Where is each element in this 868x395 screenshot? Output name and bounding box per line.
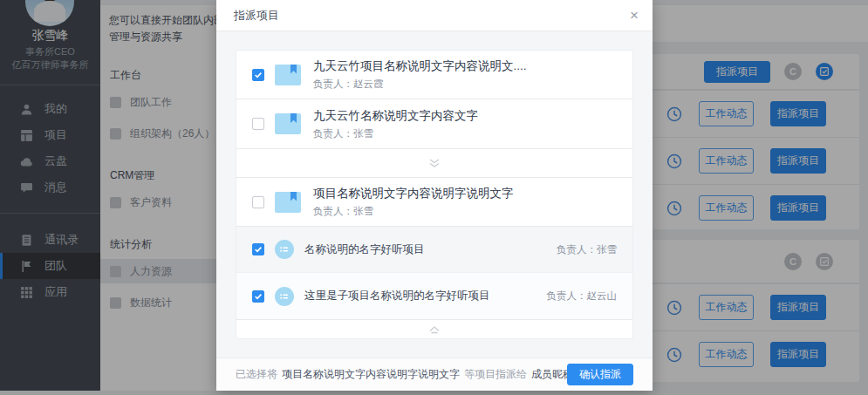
project-checkbox[interactable] — [252, 69, 264, 81]
close-icon[interactable]: × — [630, 8, 639, 23]
project-checkbox[interactable] — [252, 243, 264, 255]
assign-project-modal: 指派项目 × 九天云竹项目名称说明文字内容说明文.... 负责人：赵云霞 — [216, 0, 653, 391]
project-name: 九天云竹名称说明文字内容文字 — [313, 108, 478, 124]
summary-prefix: 已选择将 — [236, 367, 277, 382]
chevron-up-icon — [427, 324, 441, 334]
project-list: 九天云竹项目名称说明文字内容说明文.... 负责人：赵云霞 九天云竹名称说明文字… — [236, 50, 633, 339]
project-name: 项目名称说明文字内容说明字说明文字 — [313, 186, 514, 201]
subproject-list-icon — [275, 287, 294, 306]
bookmark-icon — [290, 113, 297, 123]
project-folder-icon — [275, 65, 301, 85]
project-folder-icon — [275, 192, 301, 213]
subproject-owner: 负责人：张雪 — [557, 243, 632, 256]
project-checkbox[interactable] — [252, 118, 264, 130]
selection-summary: 已选择将 项目名称说明文字内容说明字说明文字 等项目指派给 成员昵称 — [236, 367, 567, 382]
summary-middle: 等项目指派给 — [464, 367, 527, 382]
expand-subprojects-row[interactable] — [236, 148, 632, 178]
subproject-list-item[interactable]: 名称说明的名字好听项目 负责人：张雪 — [236, 227, 632, 273]
project-list-item[interactable]: 九天云竹名称说明文字内容文字 负责人：张雪 — [236, 99, 632, 148]
modal-header: 指派项目 × — [216, 0, 653, 31]
bookmark-icon — [290, 65, 297, 74]
project-checkbox[interactable] — [252, 196, 264, 208]
bookmark-icon — [290, 192, 297, 201]
project-list-item[interactable]: 项目名称说明文字内容说明字说明文字 负责人：张雪 — [236, 178, 632, 227]
subproject-list-icon — [275, 240, 294, 259]
subproject-name: 这里是子项目名称说明的名字好听项目 — [304, 289, 547, 303]
subproject-list-item[interactable]: 这里是子项目名称说明的名字好听项目 负责人：赵云山 — [236, 273, 632, 319]
summary-project-name: 项目名称说明文字内容说明字说明文字 — [282, 367, 460, 382]
double-chevron-down-icon — [427, 158, 441, 169]
subproject-owner: 负责人：赵云山 — [547, 289, 633, 303]
project-owner: 负责人：张雪 — [313, 205, 514, 218]
project-name: 九天云竹项目名称说明文字内容说明文.... — [313, 58, 527, 74]
modal-title: 指派项目 — [216, 8, 279, 24]
collapse-subprojects-row[interactable] — [236, 319, 632, 338]
project-owner: 负责人：张雪 — [313, 127, 478, 140]
project-owner: 负责人：赵云霞 — [313, 78, 527, 91]
modal-footer: 已选择将 项目名称说明文字内容说明字说明文字 等项目指派给 成员昵称 确认指派 — [216, 358, 653, 391]
project-folder-icon — [275, 113, 301, 134]
subproject-name: 名称说明的名字好听项目 — [304, 242, 557, 257]
summary-member-name: 成员昵称 — [531, 367, 567, 382]
project-checkbox[interactable] — [252, 290, 264, 303]
modal-body: 九天云竹项目名称说明文字内容说明文.... 负责人：赵云霞 九天云竹名称说明文字… — [216, 31, 653, 339]
project-list-item[interactable]: 九天云竹项目名称说明文字内容说明文.... 负责人：赵云霞 — [236, 51, 632, 99]
confirm-assign-button[interactable]: 确认指派 — [567, 364, 633, 385]
app-window: 张雪峰 事务所CEO 亿百万律师事务所 我的 项目 云盘 消息 — [0, 0, 868, 395]
